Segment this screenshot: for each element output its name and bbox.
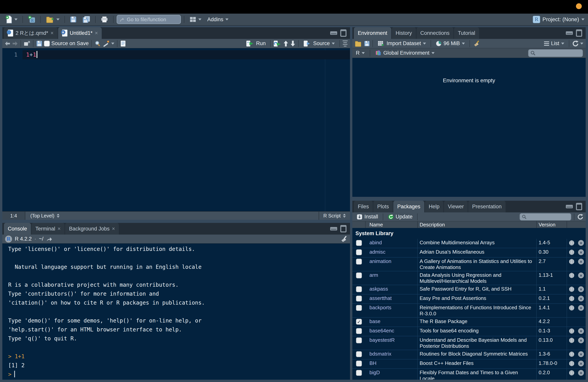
- package-website-icon[interactable]: [569, 273, 575, 280]
- package-row[interactable]: bigD Flexibly Format Dates and Times to …: [352, 369, 586, 380]
- package-website-icon[interactable]: [569, 370, 575, 377]
- refresh-icon[interactable]: [572, 40, 579, 47]
- close-icon[interactable]: ×: [58, 226, 61, 232]
- package-row[interactable]: askpass Safe Password Entry for R, Git, …: [352, 285, 586, 295]
- run-button[interactable]: Run: [244, 39, 268, 48]
- package-checkbox[interactable]: [356, 296, 362, 301]
- packages-search-input[interactable]: [528, 214, 569, 220]
- console-output[interactable]: Type 'license()' or 'licence()' for dist…: [2, 244, 350, 380]
- package-row[interactable]: arm Data Analysis Using Regression and M…: [352, 271, 586, 285]
- file-type-selector[interactable]: R Script: [319, 212, 350, 220]
- package-row[interactable]: assertthat Easy Pre and Post Assertions …: [352, 295, 586, 304]
- forward-icon[interactable]: [12, 41, 18, 46]
- install-button[interactable]: Install: [355, 212, 380, 222]
- goto-file-search[interactable]: [117, 15, 181, 24]
- save-workspace-icon[interactable]: [364, 41, 370, 46]
- package-name[interactable]: abind: [366, 239, 418, 248]
- package-remove-icon[interactable]: ×: [578, 305, 584, 311]
- header-description[interactable]: Description: [418, 221, 537, 228]
- package-website-icon[interactable]: [569, 249, 575, 256]
- editor-tab-untitled1[interactable]: R Untitled1* ×: [58, 27, 102, 39]
- maximize-pane-icon[interactable]: [576, 203, 582, 210]
- packages-search[interactable]: [520, 213, 571, 221]
- package-website-icon[interactable]: [569, 328, 575, 335]
- package-website-icon[interactable]: [569, 296, 575, 303]
- close-icon[interactable]: ×: [112, 226, 115, 232]
- package-row[interactable]: bayestestR Understand and Describe Bayes…: [352, 336, 586, 350]
- package-name[interactable]: backports: [366, 304, 418, 317]
- package-remove-icon[interactable]: ×: [578, 249, 584, 255]
- language-selector[interactable]: R: [355, 48, 367, 58]
- save-icon[interactable]: [36, 41, 42, 47]
- run-previous-icon[interactable]: [283, 40, 289, 47]
- pane-layout-button[interactable]: [188, 15, 203, 24]
- maximize-pane-icon[interactable]: [576, 29, 582, 37]
- package-remove-icon[interactable]: ×: [578, 286, 584, 292]
- package-website-icon[interactable]: [569, 286, 575, 294]
- package-remove-icon[interactable]: ×: [578, 240, 584, 246]
- maximize-pane-icon[interactable]: [340, 29, 346, 37]
- tab-history[interactable]: History: [392, 27, 416, 39]
- tab-plots[interactable]: Plots: [373, 201, 393, 212]
- environment-search[interactable]: [528, 49, 583, 57]
- run-next-icon[interactable]: [290, 40, 295, 47]
- clear-console-broom-icon[interactable]: [340, 235, 347, 243]
- package-checkbox[interactable]: [356, 259, 362, 265]
- memory-usage-button[interactable]: 96 MiB: [434, 39, 467, 48]
- cursor-position[interactable]: 1:4: [2, 212, 25, 220]
- package-row[interactable]: backports Reimplementations of Functions…: [352, 304, 586, 318]
- tab-terminal[interactable]: Terminal ×: [32, 223, 64, 234]
- tab-console[interactable]: Console: [4, 223, 31, 234]
- open-in-new-window-icon[interactable]: [24, 41, 30, 46]
- scope-selector[interactable]: (Top Level): [25, 213, 60, 219]
- package-remove-icon[interactable]: ×: [578, 328, 584, 334]
- package-name[interactable]: assertthat: [366, 295, 418, 303]
- rerun-icon[interactable]: [273, 40, 282, 47]
- package-checkbox[interactable]: [356, 351, 362, 357]
- clear-environment-broom-icon[interactable]: [473, 40, 480, 47]
- package-remove-icon[interactable]: ×: [578, 273, 584, 278]
- new-file-button[interactable]: [3, 15, 20, 24]
- save-all-button[interactable]: [81, 15, 92, 24]
- package-row[interactable]: ✓ base The R Base Package 4.2.2 ×: [352, 318, 586, 327]
- addins-button[interactable]: Addins: [205, 15, 231, 24]
- package-name[interactable]: bdsmatrix: [366, 350, 418, 359]
- tab-viewer[interactable]: Viewer: [444, 201, 468, 212]
- project-menu-button[interactable]: R Project: (None): [533, 16, 585, 23]
- package-checkbox[interactable]: [356, 338, 362, 343]
- editor-tab-qmd[interactable]: 2 Rとは.qmd* ×: [4, 27, 58, 39]
- environment-search-input[interactable]: [537, 50, 581, 56]
- source-button[interactable]: Source: [301, 39, 337, 48]
- save-button[interactable]: [68, 15, 79, 24]
- package-checkbox[interactable]: [356, 328, 362, 334]
- code-tools-wand-icon[interactable]: [103, 40, 110, 47]
- package-remove-icon[interactable]: ×: [578, 361, 584, 366]
- new-project-button[interactable]: R: [26, 15, 37, 24]
- tab-tutorial[interactable]: Tutorial: [454, 27, 479, 39]
- minimize-pane-icon[interactable]: [330, 31, 337, 35]
- package-checkbox[interactable]: [356, 361, 362, 366]
- package-name[interactable]: bayestestR: [366, 336, 418, 350]
- package-website-icon[interactable]: [569, 361, 575, 368]
- list-view-button[interactable]: List: [542, 39, 566, 48]
- back-icon[interactable]: [5, 41, 10, 46]
- package-checkbox[interactable]: [356, 249, 362, 255]
- minimize-pane-icon[interactable]: [566, 31, 573, 35]
- package-website-icon[interactable]: [569, 259, 575, 266]
- package-row[interactable]: animation A Gallery of Animations in Sta…: [352, 257, 586, 271]
- view-working-dir-icon[interactable]: [46, 236, 53, 242]
- package-name[interactable]: animation: [366, 257, 418, 271]
- package-website-icon[interactable]: [569, 351, 575, 359]
- package-website-icon[interactable]: [569, 305, 575, 312]
- package-checkbox[interactable]: [356, 240, 362, 246]
- package-remove-icon[interactable]: ×: [578, 259, 584, 265]
- tab-presentation[interactable]: Presentation: [468, 201, 505, 212]
- maximize-pane-icon[interactable]: [340, 225, 346, 233]
- print-button[interactable]: [99, 15, 110, 24]
- open-file-button[interactable]: [44, 15, 62, 24]
- goto-file-input[interactable]: [127, 17, 178, 22]
- package-checkbox[interactable]: [356, 305, 362, 311]
- package-remove-icon[interactable]: ×: [578, 296, 584, 301]
- package-remove-icon[interactable]: ×: [578, 370, 584, 376]
- package-name[interactable]: arm: [366, 271, 418, 285]
